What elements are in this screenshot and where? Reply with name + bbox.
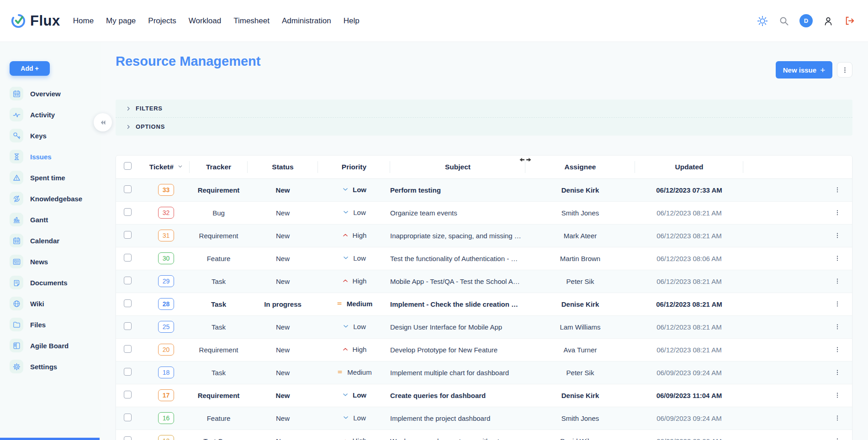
row-checkbox[interactable]: [124, 254, 132, 262]
row-checkbox[interactable]: [124, 414, 132, 421]
sidebar-item-issues[interactable]: Issues: [0, 146, 101, 167]
subject-cell[interactable]: Develop Prototype for New Feature: [390, 338, 525, 361]
row-kebab-button[interactable]: [833, 436, 842, 440]
priority-label: Low: [353, 323, 366, 330]
nav-item-help[interactable]: Help: [344, 16, 360, 26]
table-row[interactable]: 25TaskNewLowDesign User Interface for Mo…: [116, 315, 852, 338]
filters-toggle[interactable]: FILTERS: [116, 100, 852, 117]
theme-sun-button[interactable]: [757, 15, 768, 27]
col-header-assignee[interactable]: Assignee: [525, 156, 635, 178]
row-kebab-button[interactable]: [833, 414, 842, 423]
row-checkbox[interactable]: [124, 185, 132, 193]
subject-cell[interactable]: Perform testing: [390, 178, 525, 201]
sidebar-item-calendar[interactable]: Calendar: [0, 230, 101, 251]
sidebar-item-knowledgebase[interactable]: Knowledgebase: [0, 188, 101, 209]
row-checkbox[interactable]: [124, 436, 132, 440]
folder-icon: [10, 318, 23, 331]
col-header-tracker[interactable]: Tracker: [190, 156, 248, 178]
subject-cell[interactable]: Implement multiple chart for dashboard: [390, 361, 525, 384]
ticket-badge: 31: [158, 230, 175, 241]
sidebar-item-gantt[interactable]: Gantt: [0, 209, 101, 230]
nav-item-workload[interactable]: Workload: [189, 16, 222, 26]
sidebar-item-activity[interactable]: Activity: [0, 104, 101, 125]
nav-item-home[interactable]: Home: [73, 16, 94, 26]
search-button[interactable]: [778, 16, 789, 26]
ticket-badge: 17: [158, 389, 175, 401]
table-row[interactable]: 18TaskNewMediumImplement multiple chart …: [116, 361, 852, 384]
sidebar-item-files[interactable]: Files: [0, 314, 101, 335]
col-header-subject[interactable]: Subject: [390, 156, 525, 178]
sidebar-item-documents[interactable]: Documents: [0, 272, 101, 293]
select-all-checkbox[interactable]: [124, 162, 132, 170]
logout-button[interactable]: [844, 15, 855, 26]
table-row[interactable]: 30FeatureNewLowTest the functionality of…: [116, 247, 852, 270]
sidebar-item-settings[interactable]: Settings: [0, 356, 101, 377]
row-checkbox[interactable]: [124, 391, 132, 398]
subject-cell[interactable]: Test the functionality of Authentication…: [390, 247, 525, 270]
subject-cell[interactable]: Organize team events: [390, 201, 525, 224]
sidebar-collapse-button[interactable]: [94, 113, 112, 131]
table-row[interactable]: 32BugNewLowOrganize team eventsSmith Jon…: [116, 201, 852, 224]
row-checkbox[interactable]: [124, 208, 132, 216]
col-header-priority[interactable]: Priority: [318, 156, 390, 178]
nav-item-projects[interactable]: Projects: [148, 16, 176, 26]
subject-cell[interactable]: Implement the project dashboard: [390, 407, 525, 430]
col-header-updated[interactable]: Updated: [635, 156, 743, 178]
row-actions-cell: [743, 224, 852, 247]
page-kebab-button[interactable]: [837, 62, 852, 78]
row-kebab-button[interactable]: [833, 231, 842, 240]
table-row[interactable]: 20RequirementNewHighDevelop Prototype fo…: [116, 338, 852, 361]
ticket-badge: 12: [158, 435, 175, 440]
sidebar-item-keys[interactable]: Keys: [0, 125, 101, 146]
row-kebab-button[interactable]: [833, 391, 842, 400]
subject-cell[interactable]: Mobile App - Test/QA - Test the School A…: [390, 270, 525, 293]
row-kebab-button[interactable]: [833, 368, 842, 377]
col-header-status[interactable]: Status: [248, 156, 318, 178]
options-toggle[interactable]: OPTIONS: [116, 117, 852, 136]
subject-cell[interactable]: Create queries for dashboard: [390, 384, 525, 407]
row-kebab-button[interactable]: [833, 185, 842, 194]
sidebar-item-wiki[interactable]: Wiki: [0, 293, 101, 314]
avatar-button[interactable]: D: [799, 14, 813, 27]
nav-item-my-page[interactable]: My page: [106, 16, 136, 26]
sidebar-item-agile-board[interactable]: Agile Board: [0, 335, 101, 356]
row-kebab-button[interactable]: [833, 208, 842, 217]
nav-item-timesheet[interactable]: Timesheet: [233, 16, 270, 26]
row-kebab-button[interactable]: [833, 345, 842, 354]
priority-cell: Medium: [318, 361, 390, 384]
row-checkbox[interactable]: [124, 277, 132, 284]
sidebar-item-news[interactable]: News: [0, 251, 101, 272]
row-checkbox[interactable]: [124, 231, 132, 239]
sidebar-item-overview[interactable]: Overview: [0, 83, 101, 104]
sidebar-item-spent-time[interactable]: Spent time: [0, 167, 101, 188]
row-checkbox[interactable]: [124, 299, 132, 307]
app-logo[interactable]: Flux: [10, 12, 60, 30]
sidebar-scrollbar[interactable]: [0, 438, 100, 440]
row-kebab-button[interactable]: [833, 299, 842, 309]
priority-high-icon: [342, 438, 349, 440]
subject-cell[interactable]: Weak password acceptance without com…: [390, 430, 525, 440]
priority-medium-icon: [336, 300, 343, 307]
table-row[interactable]: 28TaskIn progressMediumImplement - Check…: [116, 293, 852, 315]
table-row[interactable]: 17RequirementNewLowCreate queries for da…: [116, 384, 852, 407]
row-checkbox[interactable]: [124, 368, 132, 376]
new-issue-button[interactable]: New issue +: [776, 61, 832, 79]
table-row[interactable]: 31RequirementNewHighInappropriate size, …: [116, 224, 852, 247]
subject-cell[interactable]: Design User Interface for Mobile App: [390, 315, 525, 338]
nav-item-administration[interactable]: Administration: [282, 16, 331, 26]
tracker-cell: Task: [190, 293, 248, 315]
add-button[interactable]: Add +: [10, 61, 50, 76]
account-button[interactable]: [823, 16, 834, 26]
table-row[interactable]: 29TaskNewHighMobile App - Test/QA - Test…: [116, 270, 852, 293]
row-kebab-button[interactable]: [833, 322, 842, 331]
table-row[interactable]: 12Test CaseNewHighWeak password acceptan…: [116, 430, 852, 440]
row-kebab-button[interactable]: [833, 277, 842, 286]
table-row[interactable]: 33RequirementNewLowPerform testingDenise…: [116, 178, 852, 201]
subject-cell[interactable]: Inappropriate size, spacing, and missing…: [390, 224, 525, 247]
table-row[interactable]: 16FeatureNewLowImplement the project das…: [116, 407, 852, 430]
subject-cell[interactable]: Implement - Check the slide creation w…: [390, 293, 525, 315]
col-header-ticket[interactable]: Ticket#: [143, 156, 190, 178]
row-checkbox[interactable]: [124, 322, 132, 330]
row-checkbox[interactable]: [124, 345, 132, 353]
row-kebab-button[interactable]: [833, 254, 842, 263]
